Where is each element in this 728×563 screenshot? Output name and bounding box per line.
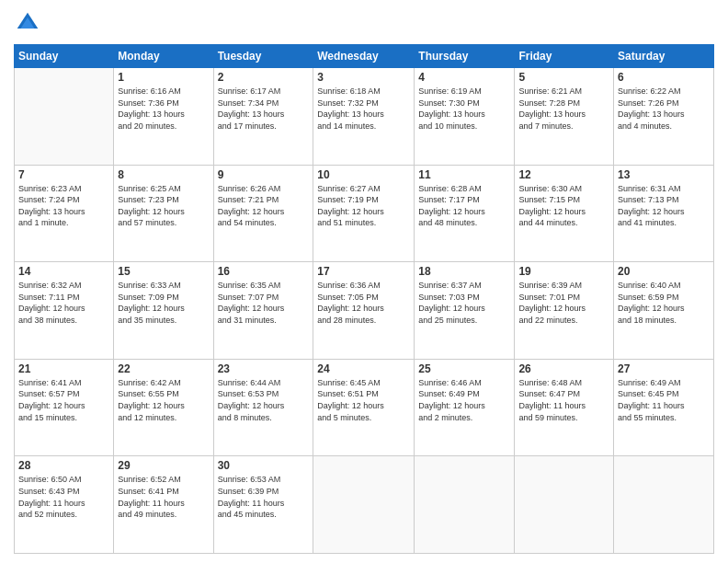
calendar-cell: 15Sunrise: 6:33 AM Sunset: 7:09 PM Dayli…: [114, 262, 213, 360]
week-row-4: 21Sunrise: 6:41 AM Sunset: 6:57 PM Dayli…: [15, 359, 714, 456]
day-info: Sunrise: 6:22 AM Sunset: 7:26 PM Dayligh…: [618, 86, 710, 132]
day-info: Sunrise: 6:35 AM Sunset: 7:07 PM Dayligh…: [218, 280, 310, 326]
week-row-2: 7Sunrise: 6:23 AM Sunset: 7:24 PM Daylig…: [15, 165, 714, 262]
calendar-cell: 14Sunrise: 6:32 AM Sunset: 7:11 PM Dayli…: [15, 262, 114, 360]
day-number: 4: [418, 71, 510, 84]
day-number: 26: [518, 362, 609, 375]
day-info: Sunrise: 6:36 AM Sunset: 7:05 PM Dayligh…: [317, 280, 410, 326]
day-number: 23: [218, 362, 310, 375]
day-info: Sunrise: 6:50 AM Sunset: 6:43 PM Dayligh…: [18, 474, 109, 520]
day-info: Sunrise: 6:17 AM Sunset: 7:34 PM Dayligh…: [218, 86, 310, 132]
calendar-cell: 21Sunrise: 6:41 AM Sunset: 6:57 PM Dayli…: [15, 359, 114, 456]
day-info: Sunrise: 6:49 AM Sunset: 6:45 PM Dayligh…: [618, 377, 710, 423]
day-number: 17: [317, 265, 410, 278]
header: [14, 9, 714, 37]
day-header-monday: Monday: [114, 45, 213, 68]
day-number: 6: [618, 71, 710, 84]
calendar-cell: 16Sunrise: 6:35 AM Sunset: 7:07 PM Dayli…: [213, 262, 313, 360]
calendar-cell: 27Sunrise: 6:49 AM Sunset: 6:45 PM Dayli…: [614, 359, 714, 456]
day-number: 15: [118, 265, 209, 278]
calendar-cell: 25Sunrise: 6:46 AM Sunset: 6:49 PM Dayli…: [415, 359, 515, 456]
day-info: Sunrise: 6:37 AM Sunset: 7:03 PM Dayligh…: [418, 280, 510, 326]
day-number: 5: [518, 71, 609, 84]
calendar-cell: 1Sunrise: 6:16 AM Sunset: 7:36 PM Daylig…: [114, 68, 213, 166]
calendar-cell: [313, 456, 415, 554]
day-number: 12: [518, 168, 609, 181]
day-number: 30: [218, 459, 310, 472]
calendar-cell: 24Sunrise: 6:45 AM Sunset: 6:51 PM Dayli…: [313, 359, 415, 456]
calendar-cell: 26Sunrise: 6:48 AM Sunset: 6:47 PM Dayli…: [515, 359, 614, 456]
day-number: 19: [518, 265, 609, 278]
day-info: Sunrise: 6:39 AM Sunset: 7:01 PM Dayligh…: [518, 280, 609, 326]
day-number: 1: [118, 71, 209, 84]
calendar-cell: [614, 456, 714, 554]
day-number: 3: [317, 71, 410, 84]
calendar-cell: 23Sunrise: 6:44 AM Sunset: 6:53 PM Dayli…: [213, 359, 313, 456]
day-info: Sunrise: 6:25 AM Sunset: 7:23 PM Dayligh…: [118, 183, 209, 229]
page: SundayMondayTuesdayWednesdayThursdayFrid…: [0, 0, 728, 563]
day-number: 28: [18, 459, 109, 472]
calendar-cell: 17Sunrise: 6:36 AM Sunset: 7:05 PM Dayli…: [313, 262, 415, 360]
day-number: 9: [218, 168, 310, 181]
day-info: Sunrise: 6:45 AM Sunset: 6:51 PM Dayligh…: [317, 377, 410, 423]
day-info: Sunrise: 6:33 AM Sunset: 7:09 PM Dayligh…: [118, 280, 209, 326]
day-header-sunday: Sunday: [15, 45, 114, 68]
day-header-tuesday: Tuesday: [213, 45, 313, 68]
calendar-cell: 20Sunrise: 6:40 AM Sunset: 6:59 PM Dayli…: [614, 262, 714, 360]
week-row-1: 1Sunrise: 6:16 AM Sunset: 7:36 PM Daylig…: [15, 68, 714, 166]
week-row-3: 14Sunrise: 6:32 AM Sunset: 7:11 PM Dayli…: [15, 262, 714, 360]
calendar-cell: 22Sunrise: 6:42 AM Sunset: 6:55 PM Dayli…: [114, 359, 213, 456]
day-number: 29: [118, 459, 209, 472]
day-info: Sunrise: 6:27 AM Sunset: 7:19 PM Dayligh…: [317, 183, 410, 229]
calendar-cell: 2Sunrise: 6:17 AM Sunset: 7:34 PM Daylig…: [213, 68, 313, 166]
logo-icon: [14, 9, 41, 37]
calendar-cell: 30Sunrise: 6:53 AM Sunset: 6:39 PM Dayli…: [213, 456, 313, 554]
day-info: Sunrise: 6:40 AM Sunset: 6:59 PM Dayligh…: [618, 280, 710, 326]
calendar-cell: 5Sunrise: 6:21 AM Sunset: 7:28 PM Daylig…: [515, 68, 614, 166]
day-info: Sunrise: 6:30 AM Sunset: 7:15 PM Dayligh…: [518, 183, 609, 229]
day-info: Sunrise: 6:18 AM Sunset: 7:32 PM Dayligh…: [317, 86, 410, 132]
day-info: Sunrise: 6:46 AM Sunset: 6:49 PM Dayligh…: [418, 377, 510, 423]
day-header-thursday: Thursday: [415, 45, 515, 68]
calendar-cell: 29Sunrise: 6:52 AM Sunset: 6:41 PM Dayli…: [114, 456, 213, 554]
day-number: 14: [18, 265, 109, 278]
calendar-cell: 9Sunrise: 6:26 AM Sunset: 7:21 PM Daylig…: [213, 165, 313, 262]
calendar-header-row: SundayMondayTuesdayWednesdayThursdayFrid…: [15, 45, 714, 68]
day-number: 7: [18, 168, 109, 181]
calendar-cell: 19Sunrise: 6:39 AM Sunset: 7:01 PM Dayli…: [515, 262, 614, 360]
calendar-cell: 18Sunrise: 6:37 AM Sunset: 7:03 PM Dayli…: [415, 262, 515, 360]
day-info: Sunrise: 6:21 AM Sunset: 7:28 PM Dayligh…: [518, 86, 609, 132]
day-info: Sunrise: 6:53 AM Sunset: 6:39 PM Dayligh…: [218, 474, 310, 520]
day-info: Sunrise: 6:19 AM Sunset: 7:30 PM Dayligh…: [418, 86, 510, 132]
day-info: Sunrise: 6:41 AM Sunset: 6:57 PM Dayligh…: [18, 377, 109, 423]
day-info: Sunrise: 6:52 AM Sunset: 6:41 PM Dayligh…: [118, 474, 209, 520]
day-header-friday: Friday: [515, 45, 614, 68]
day-number: 2: [218, 71, 310, 84]
logo: [14, 9, 45, 37]
day-number: 24: [317, 362, 410, 375]
day-header-saturday: Saturday: [614, 45, 714, 68]
day-info: Sunrise: 6:42 AM Sunset: 6:55 PM Dayligh…: [118, 377, 209, 423]
day-info: Sunrise: 6:48 AM Sunset: 6:47 PM Dayligh…: [518, 377, 609, 423]
calendar-cell: 11Sunrise: 6:28 AM Sunset: 7:17 PM Dayli…: [415, 165, 515, 262]
day-number: 20: [618, 265, 710, 278]
calendar-cell: 6Sunrise: 6:22 AM Sunset: 7:26 PM Daylig…: [614, 68, 714, 166]
day-number: 10: [317, 168, 410, 181]
week-row-5: 28Sunrise: 6:50 AM Sunset: 6:43 PM Dayli…: [15, 456, 714, 554]
calendar: SundayMondayTuesdayWednesdayThursdayFrid…: [14, 44, 714, 554]
day-info: Sunrise: 6:44 AM Sunset: 6:53 PM Dayligh…: [218, 377, 310, 423]
day-number: 8: [118, 168, 209, 181]
calendar-cell: [15, 68, 114, 166]
calendar-cell: 3Sunrise: 6:18 AM Sunset: 7:32 PM Daylig…: [313, 68, 415, 166]
day-info: Sunrise: 6:28 AM Sunset: 7:17 PM Dayligh…: [418, 183, 510, 229]
day-number: 18: [418, 265, 510, 278]
day-info: Sunrise: 6:23 AM Sunset: 7:24 PM Dayligh…: [18, 183, 109, 229]
calendar-cell: 4Sunrise: 6:19 AM Sunset: 7:30 PM Daylig…: [415, 68, 515, 166]
day-info: Sunrise: 6:31 AM Sunset: 7:13 PM Dayligh…: [618, 183, 710, 229]
day-number: 11: [418, 168, 510, 181]
day-number: 21: [18, 362, 109, 375]
calendar-cell: 10Sunrise: 6:27 AM Sunset: 7:19 PM Dayli…: [313, 165, 415, 262]
day-info: Sunrise: 6:32 AM Sunset: 7:11 PM Dayligh…: [18, 280, 109, 326]
calendar-cell: 28Sunrise: 6:50 AM Sunset: 6:43 PM Dayli…: [15, 456, 114, 554]
day-number: 16: [218, 265, 310, 278]
